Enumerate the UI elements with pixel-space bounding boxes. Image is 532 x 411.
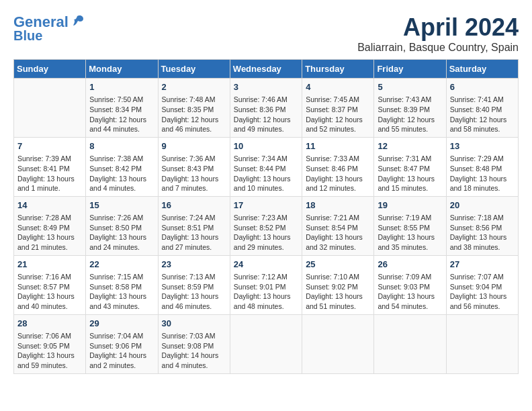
day-info: Sunrise: 7:33 AM Sunset: 8:46 PM Dayligh… bbox=[306, 154, 370, 193]
month-title: April 2024 bbox=[357, 13, 519, 42]
day-number: 22 bbox=[89, 259, 154, 271]
calendar-cell bbox=[374, 314, 446, 373]
day-number: 6 bbox=[450, 81, 515, 93]
day-info: Sunrise: 7:21 AM Sunset: 8:54 PM Dayligh… bbox=[306, 213, 370, 253]
day-info: Sunrise: 7:16 AM Sunset: 8:57 PM Dayligh… bbox=[17, 272, 82, 312]
calendar-cell: 26Sunrise: 7:09 AM Sunset: 9:03 PM Dayli… bbox=[374, 255, 446, 314]
calendar-week-row: 21Sunrise: 7:16 AM Sunset: 8:57 PM Dayli… bbox=[14, 255, 519, 314]
calendar-cell: 5Sunrise: 7:43 AM Sunset: 8:39 PM Daylig… bbox=[374, 79, 446, 138]
weekday-header: Saturday bbox=[446, 60, 518, 79]
calendar-cell: 4Sunrise: 7:45 AM Sunset: 8:37 PM Daylig… bbox=[302, 79, 374, 138]
day-info: Sunrise: 7:09 AM Sunset: 9:03 PM Dayligh… bbox=[378, 272, 442, 312]
calendar-cell: 17Sunrise: 7:23 AM Sunset: 8:52 PM Dayli… bbox=[230, 196, 302, 255]
calendar-cell: 21Sunrise: 7:16 AM Sunset: 8:57 PM Dayli… bbox=[14, 255, 86, 314]
day-info: Sunrise: 7:23 AM Sunset: 8:52 PM Dayligh… bbox=[234, 213, 298, 253]
day-number: 25 bbox=[306, 259, 370, 271]
day-number: 11 bbox=[306, 140, 370, 152]
day-info: Sunrise: 7:39 AM Sunset: 8:41 PM Dayligh… bbox=[17, 154, 82, 193]
day-info: Sunrise: 7:06 AM Sunset: 9:05 PM Dayligh… bbox=[17, 331, 82, 371]
calendar-cell: 6Sunrise: 7:41 AM Sunset: 8:40 PM Daylig… bbox=[446, 79, 518, 138]
calendar-cell: 22Sunrise: 7:15 AM Sunset: 8:58 PM Dayli… bbox=[86, 255, 158, 314]
day-number: 21 bbox=[17, 259, 82, 271]
day-info: Sunrise: 7:28 AM Sunset: 8:49 PM Dayligh… bbox=[17, 213, 82, 253]
day-number: 19 bbox=[378, 199, 442, 212]
calendar-cell bbox=[230, 314, 302, 373]
calendar-cell: 25Sunrise: 7:10 AM Sunset: 9:02 PM Dayli… bbox=[302, 255, 374, 314]
day-number: 26 bbox=[378, 259, 442, 271]
calendar-cell bbox=[302, 314, 374, 373]
calendar-cell: 2Sunrise: 7:48 AM Sunset: 8:35 PM Daylig… bbox=[158, 79, 230, 138]
day-info: Sunrise: 7:10 AM Sunset: 9:02 PM Dayligh… bbox=[306, 272, 370, 312]
day-info: Sunrise: 7:24 AM Sunset: 8:51 PM Dayligh… bbox=[162, 213, 226, 253]
day-info: Sunrise: 7:12 AM Sunset: 9:01 PM Dayligh… bbox=[234, 272, 298, 312]
calendar-week-row: 7Sunrise: 7:39 AM Sunset: 8:41 PM Daylig… bbox=[14, 137, 519, 196]
day-number: 29 bbox=[89, 318, 154, 330]
calendar-cell: 14Sunrise: 7:28 AM Sunset: 8:49 PM Dayli… bbox=[14, 196, 86, 255]
day-info: Sunrise: 7:38 AM Sunset: 8:42 PM Dayligh… bbox=[89, 154, 154, 193]
day-number: 17 bbox=[234, 199, 298, 212]
calendar-cell: 28Sunrise: 7:06 AM Sunset: 9:05 PM Dayli… bbox=[14, 314, 86, 373]
day-info: Sunrise: 7:19 AM Sunset: 8:55 PM Dayligh… bbox=[378, 213, 442, 253]
day-info: Sunrise: 7:41 AM Sunset: 8:40 PM Dayligh… bbox=[450, 95, 515, 134]
day-number: 18 bbox=[306, 199, 370, 212]
calendar-cell: 11Sunrise: 7:33 AM Sunset: 8:46 PM Dayli… bbox=[302, 137, 374, 196]
day-info: Sunrise: 7:26 AM Sunset: 8:50 PM Dayligh… bbox=[89, 213, 154, 253]
day-info: Sunrise: 7:50 AM Sunset: 8:34 PM Dayligh… bbox=[89, 95, 154, 134]
weekday-header: Wednesday bbox=[230, 60, 302, 79]
calendar-cell bbox=[446, 314, 518, 373]
day-number: 16 bbox=[162, 199, 226, 212]
calendar-cell: 16Sunrise: 7:24 AM Sunset: 8:51 PM Dayli… bbox=[158, 196, 230, 255]
logo: General Blue bbox=[13, 13, 85, 43]
day-number: 20 bbox=[450, 199, 515, 212]
weekday-header: Monday bbox=[86, 60, 158, 79]
day-info: Sunrise: 7:07 AM Sunset: 9:04 PM Dayligh… bbox=[450, 272, 515, 312]
calendar-cell: 18Sunrise: 7:21 AM Sunset: 8:54 PM Dayli… bbox=[302, 196, 374, 255]
day-number: 12 bbox=[378, 140, 442, 152]
day-info: Sunrise: 7:15 AM Sunset: 8:58 PM Dayligh… bbox=[89, 272, 154, 312]
day-info: Sunrise: 7:34 AM Sunset: 8:44 PM Dayligh… bbox=[234, 154, 298, 193]
calendar-cell: 29Sunrise: 7:04 AM Sunset: 9:06 PM Dayli… bbox=[86, 314, 158, 373]
day-number: 5 bbox=[378, 81, 442, 93]
day-info: Sunrise: 7:03 AM Sunset: 9:08 PM Dayligh… bbox=[162, 331, 226, 371]
calendar-cell: 7Sunrise: 7:39 AM Sunset: 8:41 PM Daylig… bbox=[14, 137, 86, 196]
day-number: 13 bbox=[450, 140, 515, 152]
weekday-header: Sunday bbox=[14, 60, 86, 79]
day-number: 23 bbox=[162, 259, 226, 271]
weekday-header: Friday bbox=[374, 60, 446, 79]
calendar-cell: 1Sunrise: 7:50 AM Sunset: 8:34 PM Daylig… bbox=[86, 79, 158, 138]
day-number: 30 bbox=[162, 318, 226, 330]
day-info: Sunrise: 7:31 AM Sunset: 8:47 PM Dayligh… bbox=[378, 154, 442, 193]
calendar-cell bbox=[14, 79, 86, 138]
calendar-cell: 27Sunrise: 7:07 AM Sunset: 9:04 PM Dayli… bbox=[446, 255, 518, 314]
page-header: General Blue April 2024 Baliarrain, Basq… bbox=[13, 13, 519, 54]
calendar-cell: 8Sunrise: 7:38 AM Sunset: 8:42 PM Daylig… bbox=[86, 137, 158, 196]
calendar-cell: 30Sunrise: 7:03 AM Sunset: 9:08 PM Dayli… bbox=[158, 314, 230, 373]
calendar-cell: 20Sunrise: 7:18 AM Sunset: 8:56 PM Dayli… bbox=[446, 196, 518, 255]
day-info: Sunrise: 7:45 AM Sunset: 8:37 PM Dayligh… bbox=[306, 95, 370, 134]
location-subtitle: Baliarrain, Basque Country, Spain bbox=[357, 42, 519, 54]
day-number: 15 bbox=[89, 199, 154, 212]
calendar-week-row: 14Sunrise: 7:28 AM Sunset: 8:49 PM Dayli… bbox=[14, 196, 519, 255]
day-info: Sunrise: 7:18 AM Sunset: 8:56 PM Dayligh… bbox=[450, 213, 515, 253]
day-number: 7 bbox=[17, 140, 82, 152]
calendar-cell: 12Sunrise: 7:31 AM Sunset: 8:47 PM Dayli… bbox=[374, 137, 446, 196]
calendar-week-row: 28Sunrise: 7:06 AM Sunset: 9:05 PM Dayli… bbox=[14, 314, 519, 373]
calendar-cell: 15Sunrise: 7:26 AM Sunset: 8:50 PM Dayli… bbox=[86, 196, 158, 255]
calendar-week-row: 1Sunrise: 7:50 AM Sunset: 8:34 PM Daylig… bbox=[14, 79, 519, 138]
day-info: Sunrise: 7:29 AM Sunset: 8:48 PM Dayligh… bbox=[450, 154, 515, 193]
header-row: SundayMondayTuesdayWednesdayThursdayFrid… bbox=[14, 60, 519, 79]
logo-blue-text: Blue bbox=[13, 28, 42, 43]
calendar-cell: 23Sunrise: 7:13 AM Sunset: 8:59 PM Dayli… bbox=[158, 255, 230, 314]
day-info: Sunrise: 7:04 AM Sunset: 9:06 PM Dayligh… bbox=[89, 331, 154, 371]
logo-bird-icon bbox=[70, 13, 85, 31]
day-number: 28 bbox=[17, 318, 82, 330]
day-number: 4 bbox=[306, 81, 370, 93]
day-info: Sunrise: 7:48 AM Sunset: 8:35 PM Dayligh… bbox=[162, 95, 226, 134]
calendar-cell: 19Sunrise: 7:19 AM Sunset: 8:55 PM Dayli… bbox=[374, 196, 446, 255]
day-number: 24 bbox=[234, 259, 298, 271]
day-number: 2 bbox=[162, 81, 226, 93]
day-info: Sunrise: 7:13 AM Sunset: 8:59 PM Dayligh… bbox=[162, 272, 226, 312]
calendar-cell: 24Sunrise: 7:12 AM Sunset: 9:01 PM Dayli… bbox=[230, 255, 302, 314]
title-section: April 2024 Baliarrain, Basque Country, S… bbox=[357, 13, 519, 54]
day-number: 8 bbox=[89, 140, 154, 152]
